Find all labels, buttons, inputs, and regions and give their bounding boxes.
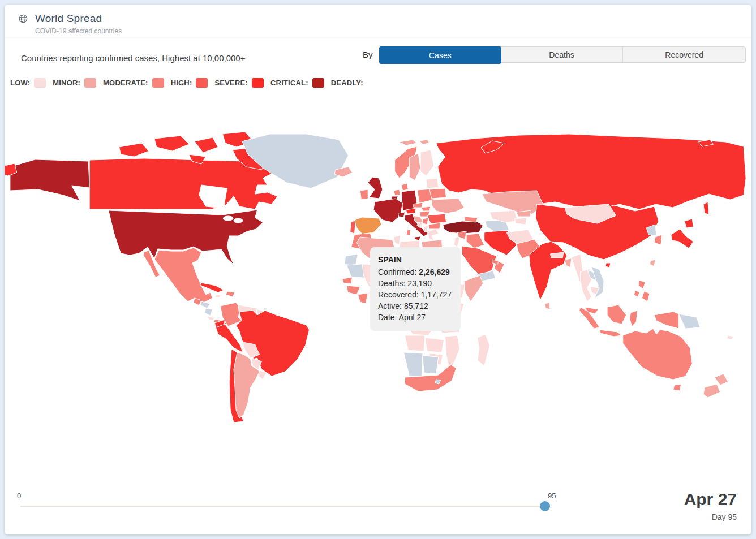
svalbard-islands[interactable] xyxy=(419,140,429,144)
tooltip-recovered-value: 1,17,727 xyxy=(420,290,452,299)
tooltip-recovered-row: Recovered: 1,17,727 xyxy=(378,289,452,300)
tab-deaths[interactable]: Deaths xyxy=(501,47,624,62)
canada-arctic-island[interactable] xyxy=(119,143,149,157)
page-subtitle: COVID-19 affected countries xyxy=(35,27,751,35)
country-tunisia[interactable] xyxy=(394,235,401,245)
italy-sicily[interactable] xyxy=(414,236,420,240)
country-belarus[interactable] xyxy=(429,188,446,199)
great-lakes xyxy=(234,218,243,223)
country-japan[interactable] xyxy=(671,229,694,248)
slider-value-label: 95 xyxy=(548,491,556,500)
indonesia-java[interactable] xyxy=(599,330,622,337)
country-guinea[interactable] xyxy=(347,286,360,295)
legend-label-critical: CRITICAL: xyxy=(270,79,308,87)
country-mozambique[interactable] xyxy=(445,335,460,370)
legend-label-moderate: MODERATE: xyxy=(103,79,148,87)
world-spread-card: World Spread COVID-19 affected countries… xyxy=(5,5,751,534)
country-caucasus[interactable] xyxy=(464,217,478,222)
tab-recovered[interactable]: Recovered xyxy=(623,47,745,62)
country-australia[interactable] xyxy=(623,329,693,380)
tab-cases[interactable]: Cases xyxy=(379,46,501,64)
indonesia-west-papua[interactable] xyxy=(654,312,678,329)
country-iraq[interactable] xyxy=(466,234,484,248)
country-south-korea[interactable] xyxy=(654,235,662,245)
china-hainan[interactable] xyxy=(605,263,611,268)
current-day: Day 95 xyxy=(712,512,737,521)
legend-swatch-minor xyxy=(84,78,96,88)
country-ivory-coast[interactable] xyxy=(358,293,368,304)
russia-sakhalin[interactable] xyxy=(703,202,709,214)
legend-swatch-moderate xyxy=(152,78,164,88)
country-honduras[interactable] xyxy=(200,301,211,308)
country-finland[interactable] xyxy=(420,150,434,176)
country-nicaragua[interactable] xyxy=(205,308,213,316)
country-serbia[interactable] xyxy=(423,218,428,225)
indonesia-sulawesi[interactable] xyxy=(630,311,638,326)
country-sweden[interactable] xyxy=(409,153,420,180)
country-slovakia[interactable] xyxy=(422,206,431,211)
country-hispaniola[interactable] xyxy=(226,291,235,297)
new-zealand-north[interactable] xyxy=(715,374,728,385)
country-new-caledonia[interactable] xyxy=(727,335,734,340)
timeline-slider-track[interactable] xyxy=(20,506,545,507)
baltic-states[interactable] xyxy=(426,178,439,188)
new-zealand-south[interactable] xyxy=(703,384,720,398)
country-uae[interactable] xyxy=(492,260,499,264)
australia-tasmania[interactable] xyxy=(673,384,681,391)
canada-arctic-island[interactable] xyxy=(195,137,218,153)
country-somalia[interactable] xyxy=(464,275,483,301)
great-lakes xyxy=(223,216,233,221)
tooltip-confirmed-row: Confirmed: 2,26,629 xyxy=(378,266,452,278)
country-bulgaria[interactable] xyxy=(428,223,441,229)
country-philippines[interactable] xyxy=(634,290,640,297)
canada-arctic-island[interactable] xyxy=(154,136,189,151)
country-uk[interactable] xyxy=(368,177,383,199)
country-israel-jordan[interactable] xyxy=(454,237,459,247)
country-madagascar[interactable] xyxy=(478,334,490,366)
country-netherlands[interactable] xyxy=(394,189,401,195)
legend-label-minor: MINOR: xyxy=(53,79,80,87)
timeline-slider-handle[interactable] xyxy=(540,501,550,511)
country-ireland[interactable] xyxy=(360,189,368,200)
country-senegal[interactable] xyxy=(342,277,353,284)
slider-min-label: 0 xyxy=(17,491,21,500)
italy-sardinia[interactable] xyxy=(406,230,410,236)
country-namibia[interactable] xyxy=(403,352,423,377)
country-bangladesh[interactable] xyxy=(565,258,572,268)
page-title: World Spread xyxy=(35,12,102,25)
legend-swatch-critical xyxy=(312,78,324,88)
country-romania[interactable] xyxy=(427,214,446,223)
country-philippines[interactable] xyxy=(642,291,650,301)
country-spain-hovered[interactable] xyxy=(355,217,381,234)
country-papua-new-guinea[interactable] xyxy=(679,314,701,329)
by-label: By xyxy=(363,50,373,59)
country-philippines[interactable] xyxy=(638,280,645,289)
country-portugal[interactable] xyxy=(350,221,356,234)
indonesia-borneo[interactable] xyxy=(607,305,626,324)
legend-swatch-high xyxy=(196,78,208,88)
legend-label-severe: SEVERE: xyxy=(214,79,247,87)
country-alaska-us[interactable] xyxy=(10,159,89,201)
country-tooltip: SPAIN Confirmed: 2,26,629 Deaths: 23,190… xyxy=(370,247,461,331)
legend-label-deadly: DEADLY: xyxy=(331,79,363,87)
country-angola[interactable] xyxy=(405,335,425,351)
country-switzerland[interactable] xyxy=(398,212,405,217)
country-zambia[interactable] xyxy=(425,338,444,352)
current-date: Apr 27 xyxy=(684,490,737,509)
country-tajikistan[interactable] xyxy=(514,218,527,225)
country-sri-lanka[interactable] xyxy=(544,303,550,309)
country-russia[interactable] xyxy=(436,134,746,210)
severity-legend: LOW: MINOR: MODERATE: HIGH: SEVERE: CRIT… xyxy=(10,78,363,88)
country-india[interactable] xyxy=(529,242,567,300)
country-jamaica[interactable] xyxy=(215,295,220,298)
japan-hokkaido[interactable] xyxy=(684,219,693,228)
svalbard-islands[interactable] xyxy=(400,140,418,145)
country-taiwan[interactable] xyxy=(650,260,655,266)
tooltip-deaths-value: 23,190 xyxy=(407,279,432,288)
country-costa-rica[interactable] xyxy=(207,316,215,321)
country-denmark[interactable] xyxy=(401,183,408,191)
metric-tab-group: Cases Deaths Recovered xyxy=(379,46,746,63)
country-botswana[interactable] xyxy=(423,356,439,374)
tooltip-date-value: April 27 xyxy=(399,313,426,322)
country-greece[interactable] xyxy=(427,229,439,240)
